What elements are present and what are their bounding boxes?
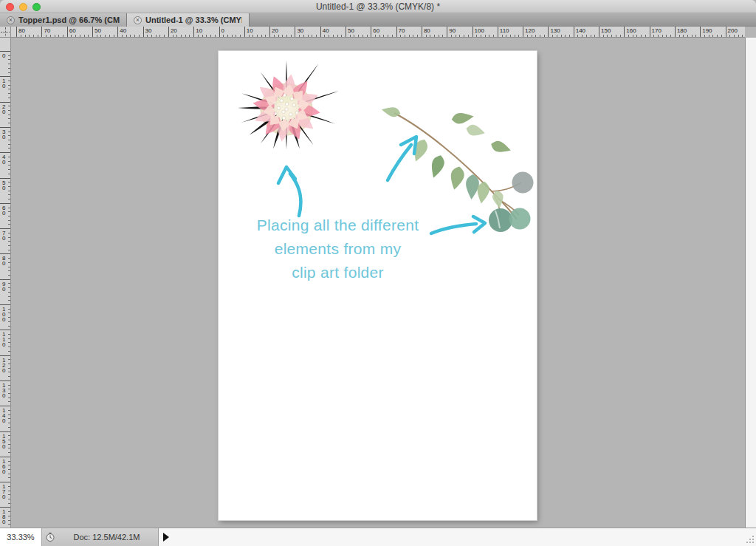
ruler-origin-corner[interactable] bbox=[0, 27, 11, 38]
status-bar: 33.33% Doc: 12.5M/42.1M bbox=[0, 528, 756, 546]
tab-label: Untitled-1 @ 33.3% (CMYK/8) * bbox=[145, 16, 242, 24]
annotation-line: elements from my bbox=[233, 237, 442, 261]
photoshop-window: Untitled-1 @ 33.3% (CMYK/8) * × Topper1.… bbox=[0, 0, 756, 546]
vertical-ruler[interactable]: 01 02 03 04 05 06 07 08 09 01 0 01 1 01 … bbox=[0, 38, 11, 528]
status-flyout-arrow-icon[interactable] bbox=[163, 533, 169, 542]
eucalyptus-leaf bbox=[448, 165, 467, 191]
eucalyptus-leaf bbox=[465, 123, 487, 138]
tab-close-icon[interactable]: × bbox=[134, 16, 142, 24]
zoom-level-field[interactable]: 33.33% bbox=[0, 528, 42, 546]
doc-size-info: Doc: 12.5M/42.1M bbox=[55, 533, 158, 542]
round-eucalyptus-leaf bbox=[509, 208, 531, 230]
doc-info-segment[interactable]: Doc: 12.5M/42.1M bbox=[42, 528, 159, 546]
eucalyptus-leaf bbox=[489, 139, 512, 155]
title-bar[interactable]: Untitled-1 @ 33.3% (CMYK/8) * bbox=[0, 0, 756, 13]
eucalyptus-leaf bbox=[381, 105, 402, 118]
tab-untitled1[interactable]: × Untitled-1 @ 33.3% (CMYK/8) * bbox=[127, 13, 250, 27]
timer-icon bbox=[45, 532, 55, 542]
tab-close-icon[interactable]: × bbox=[7, 16, 15, 24]
arrow-to-leaves bbox=[388, 145, 411, 180]
resize-grip-icon[interactable] bbox=[745, 534, 755, 545]
round-eucalyptus-leaf bbox=[512, 172, 534, 194]
vertical-scrollbar[interactable] bbox=[745, 38, 756, 528]
round-eucalyptus-leaf bbox=[489, 208, 512, 232]
annotation-line: Placing all the different bbox=[233, 214, 442, 237]
eucalyptus-leaf bbox=[451, 111, 475, 125]
window-title: Untitled-1 @ 33.3% (CMYK/8) * bbox=[0, 1, 756, 12]
document-tab-bar: × Topper1.psd @ 66.7% (CMYK/8) × Untitle… bbox=[0, 13, 756, 27]
eucalyptus-leaf bbox=[427, 154, 446, 180]
horizontal-ruler[interactable]: 8070605040302010010203040506070809010011… bbox=[11, 27, 745, 38]
annotation-line: clip art folder bbox=[233, 261, 442, 284]
tab-label: Topper1.psd @ 66.7% (CMYK/8) bbox=[18, 16, 120, 24]
canvas-artwork bbox=[219, 51, 537, 520]
annotation-text: Placing all the different elements from … bbox=[233, 214, 442, 284]
document-canvas[interactable]: Placing all the different elements from … bbox=[219, 51, 537, 520]
tab-topper1[interactable]: × Topper1.psd @ 66.7% (CMYK/8) bbox=[0, 13, 127, 27]
pasteboard[interactable]: Placing all the different elements from … bbox=[11, 38, 745, 528]
